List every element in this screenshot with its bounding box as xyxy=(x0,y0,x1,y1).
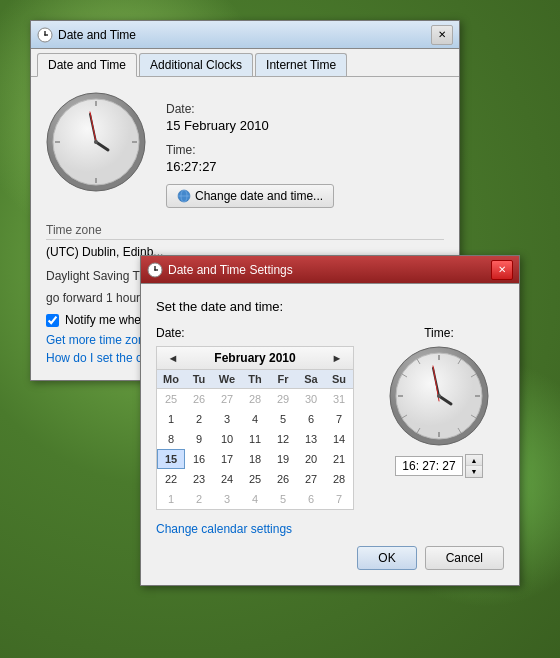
svg-point-38 xyxy=(437,394,441,398)
cal-cell[interactable]: 26 xyxy=(269,469,297,489)
change-calendar-settings-link[interactable]: Change calendar settings xyxy=(156,522,354,536)
cal-cell[interactable]: 25 xyxy=(157,389,185,409)
cal-cell[interactable]: 31 xyxy=(325,389,353,409)
time-spin-down-button[interactable]: ▼ xyxy=(466,466,482,477)
tab-additional-clocks[interactable]: Additional Clocks xyxy=(139,53,253,76)
cal-cell[interactable]: 1 xyxy=(157,489,185,509)
dialog-buttons: OK Cancel xyxy=(156,546,504,570)
cal-cell[interactable]: 3 xyxy=(213,489,241,509)
main-window-titlebar: Date and Time ✕ xyxy=(31,21,459,49)
cal-head-th: Th xyxy=(241,370,269,388)
cal-cell[interactable]: 30 xyxy=(297,389,325,409)
cal-cell[interactable]: 20 xyxy=(297,449,325,469)
cal-cell[interactable]: 27 xyxy=(297,469,325,489)
timezone-section-label: Time zone xyxy=(46,223,444,240)
clock-icon xyxy=(37,27,53,43)
svg-point-13 xyxy=(94,140,98,144)
cal-cell[interactable]: 12 xyxy=(269,429,297,449)
cal-cell[interactable]: 16 xyxy=(185,449,213,469)
cal-cell[interactable]: 17 xyxy=(213,449,241,469)
cal-row-3: 8 9 10 11 12 13 14 xyxy=(157,429,353,449)
ok-button[interactable]: OK xyxy=(357,546,416,570)
cal-head-we: We xyxy=(213,370,241,388)
cal-row-2: 1 2 3 4 5 6 7 xyxy=(157,409,353,429)
next-month-button[interactable]: ► xyxy=(329,350,345,366)
cal-cell[interactable]: 1 xyxy=(157,409,185,429)
cal-cell[interactable]: 28 xyxy=(241,389,269,409)
cal-cell[interactable]: 26 xyxy=(185,389,213,409)
notify-checkbox[interactable] xyxy=(46,314,59,327)
settings-window-controls: ✕ xyxy=(491,260,513,280)
cal-cell[interactable]: 5 xyxy=(269,489,297,509)
cal-row-5: 22 23 24 25 26 27 28 xyxy=(157,469,353,489)
settings-clock-icon xyxy=(147,262,163,278)
cal-cell[interactable]: 7 xyxy=(325,489,353,509)
cal-head-su: Su xyxy=(325,370,353,388)
cal-cell[interactable]: 2 xyxy=(185,409,213,429)
cal-head-tu: Tu xyxy=(185,370,213,388)
cal-cell[interactable]: 27 xyxy=(213,389,241,409)
time-input[interactable] xyxy=(395,456,463,476)
settings-titlebar: Date and Time Settings ✕ xyxy=(141,256,519,284)
cal-head-sa: Sa xyxy=(297,370,325,388)
cal-cell[interactable]: 10 xyxy=(213,429,241,449)
tab-bar: Date and Time Additional Clocks Internet… xyxy=(31,49,459,77)
settings-dialog-body: Date: ◄ February 2010 ► Mo Tu We Th Fr S… xyxy=(156,326,504,541)
cal-cell[interactable]: 5 xyxy=(269,409,297,429)
settings-dialog-intro: Set the date and time: xyxy=(156,299,504,314)
cal-cell[interactable]: 11 xyxy=(241,429,269,449)
calendar-month-label: February 2010 xyxy=(214,351,295,365)
close-button[interactable]: ✕ xyxy=(431,25,453,45)
dialog-footer: Change calendar settings xyxy=(156,522,354,541)
cal-cell[interactable]: 25 xyxy=(241,469,269,489)
main-window-controls: ✕ xyxy=(431,25,453,45)
cal-cell-today[interactable]: 15 xyxy=(157,449,185,469)
cal-cell[interactable]: 8 xyxy=(157,429,185,449)
settings-dialog-title: Date and Time Settings xyxy=(168,263,491,277)
time-value: 16:27:27 xyxy=(166,159,334,174)
cal-cell[interactable]: 4 xyxy=(241,489,269,509)
cal-cell[interactable]: 9 xyxy=(185,429,213,449)
cal-cell[interactable]: 4 xyxy=(241,409,269,429)
clock-area: Date: 15 February 2010 Time: 16:27:27 Ch… xyxy=(46,92,444,208)
cal-cell[interactable]: 19 xyxy=(269,449,297,469)
cal-cell[interactable]: 29 xyxy=(269,389,297,409)
time-section: Time: xyxy=(374,326,504,541)
cal-cell[interactable]: 21 xyxy=(325,449,353,469)
tab-date-time[interactable]: Date and Time xyxy=(37,53,137,77)
calendar-section: Date: ◄ February 2010 ► Mo Tu We Th Fr S… xyxy=(156,326,354,541)
cal-cell[interactable]: 28 xyxy=(325,469,353,489)
main-window-title: Date and Time xyxy=(58,28,431,42)
settings-dialog-content: Set the date and time: Date: ◄ February … xyxy=(141,284,519,585)
change-btn-label: Change date and time... xyxy=(195,189,323,203)
cal-cell[interactable]: 2 xyxy=(185,489,213,509)
how-to-set-clock-link[interactable]: How do I set the cl... xyxy=(46,351,155,365)
cal-cell[interactable]: 18 xyxy=(241,449,269,469)
prev-month-button[interactable]: ◄ xyxy=(165,350,181,366)
cal-cell[interactable]: 3 xyxy=(213,409,241,429)
date-section-header: Date: xyxy=(156,326,354,340)
cal-cell[interactable]: 13 xyxy=(297,429,325,449)
cal-row-6: 1 2 3 4 5 6 7 xyxy=(157,489,353,509)
cal-row-1: 25 26 27 28 29 30 31 xyxy=(157,389,353,409)
cal-cell[interactable]: 6 xyxy=(297,409,325,429)
cal-head-fr: Fr xyxy=(269,370,297,388)
cal-cell[interactable]: 7 xyxy=(325,409,353,429)
main-analog-clock xyxy=(46,92,146,192)
cal-cell[interactable]: 24 xyxy=(213,469,241,489)
time-input-row: ▲ ▼ xyxy=(395,454,483,478)
tab-internet-time[interactable]: Internet Time xyxy=(255,53,347,76)
time-section-header: Time: xyxy=(424,326,454,340)
cal-cell[interactable]: 14 xyxy=(325,429,353,449)
cal-cell[interactable]: 22 xyxy=(157,469,185,489)
cal-cell[interactable]: 23 xyxy=(185,469,213,489)
cancel-button[interactable]: Cancel xyxy=(425,546,504,570)
change-datetime-button[interactable]: Change date and time... xyxy=(166,184,334,208)
settings-analog-clock xyxy=(389,346,489,446)
settings-dialog: Date and Time Settings ✕ Set the date an… xyxy=(140,255,520,586)
cal-cell[interactable]: 6 xyxy=(297,489,325,509)
settings-close-button[interactable]: ✕ xyxy=(491,260,513,280)
globe-icon xyxy=(177,189,191,203)
time-spinner: ▲ ▼ xyxy=(465,454,483,478)
time-spin-up-button[interactable]: ▲ xyxy=(466,455,482,466)
